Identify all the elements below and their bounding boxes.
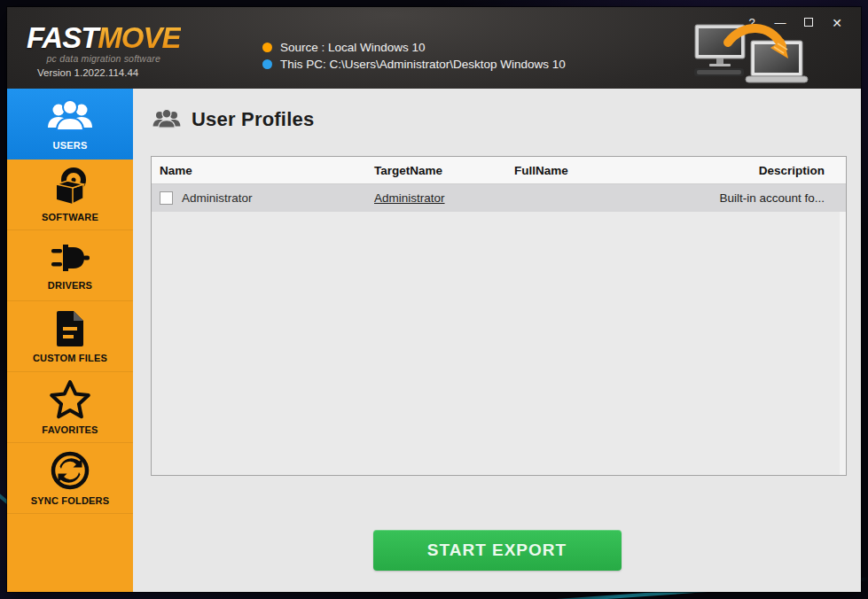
- document-icon: [53, 309, 87, 348]
- description-cell: Built-in account fo...: [657, 191, 846, 205]
- source-status-label: Source : Local Windows 10: [280, 41, 426, 54]
- sidebar-filler: [7, 514, 133, 592]
- table-row-administrator[interactable]: Administrator Administrator Built-in acc…: [152, 184, 846, 212]
- table-empty-area: [152, 212, 846, 475]
- sidebar-nav: USERS SOFTWARE: [7, 89, 133, 592]
- targetname-cell: Administrator: [366, 191, 506, 205]
- table-scrollbar-track[interactable]: [840, 212, 846, 475]
- sidebar-item-label: FAVORITES: [42, 424, 98, 435]
- this-pc-status-label: This PC: C:\Users\Administrator\Desktop …: [280, 58, 566, 71]
- row-name-label: Administrator: [182, 191, 253, 205]
- sidebar-item-software[interactable]: SOFTWARE: [7, 159, 133, 230]
- page-title-text: User Profiles: [192, 108, 314, 131]
- sidebar-item-favorites[interactable]: FAVORITES: [7, 372, 133, 443]
- sidebar-item-sync-folders[interactable]: SYNC FOLDERS: [7, 443, 133, 514]
- sidebar-item-label: SYNC FOLDERS: [31, 495, 110, 506]
- column-header-fullname[interactable]: FullName: [506, 164, 657, 177]
- main-panel: User Profiles Name TargetName FullName D…: [133, 89, 861, 592]
- app-window: FASTMOVE pc data migration software Vers…: [7, 7, 861, 592]
- version-label: Version 1.2022.114.44: [27, 67, 181, 78]
- name-cell: Administrator: [152, 191, 366, 205]
- users-icon: [47, 98, 93, 136]
- sidebar-item-users[interactable]: USERS: [7, 89, 133, 159]
- sync-icon: [50, 450, 90, 491]
- sidebar-item-label: CUSTOM FILES: [33, 353, 107, 363]
- app-header: FASTMOVE pc data migration software Vers…: [7, 7, 861, 89]
- target-name-link[interactable]: Administrator: [374, 191, 445, 205]
- pc-transfer-illustration: [692, 19, 815, 87]
- sidebar-item-custom-files[interactable]: CUSTOM FILES: [7, 301, 133, 372]
- sidebar-item-label: DRIVERS: [48, 280, 92, 291]
- page-title: User Profiles: [152, 108, 314, 131]
- app-logo: FASTMOVE pc data migration software Vers…: [27, 23, 181, 78]
- this-pc-status-line: This PC: C:\Users\Administrator\Desktop …: [262, 56, 566, 73]
- table-header-row: Name TargetName FullName Description: [152, 157, 846, 184]
- row-checkbox[interactable]: [160, 191, 173, 205]
- logo-text: FASTMOVE: [27, 23, 181, 52]
- column-header-name[interactable]: Name: [152, 164, 366, 177]
- logo-tagline: pc data migration software: [27, 53, 181, 64]
- sidebar-item-label: SOFTWARE: [42, 212, 98, 222]
- source-status-line: Source : Local Windows 10: [262, 39, 566, 56]
- source-bullet-icon: [262, 43, 272, 52]
- column-header-targetname[interactable]: TargetName: [366, 164, 506, 177]
- this-pc-bullet-icon: [262, 59, 272, 69]
- plug-icon: [50, 240, 90, 276]
- sidebar-item-drivers[interactable]: DRIVERS: [7, 230, 133, 301]
- start-export-button[interactable]: START EXPORT: [373, 530, 622, 571]
- column-header-description[interactable]: Description: [657, 164, 846, 177]
- close-button[interactable]: ✕: [827, 14, 847, 32]
- user-profiles-table: Name TargetName FullName Description Adm…: [151, 156, 847, 476]
- software-box-icon: [50, 167, 90, 207]
- sidebar-item-label: USERS: [53, 140, 88, 151]
- star-icon: [49, 379, 91, 420]
- connection-status: Source : Local Windows 10 This PC: C:\Us…: [262, 39, 566, 73]
- user-profiles-icon: [152, 108, 181, 131]
